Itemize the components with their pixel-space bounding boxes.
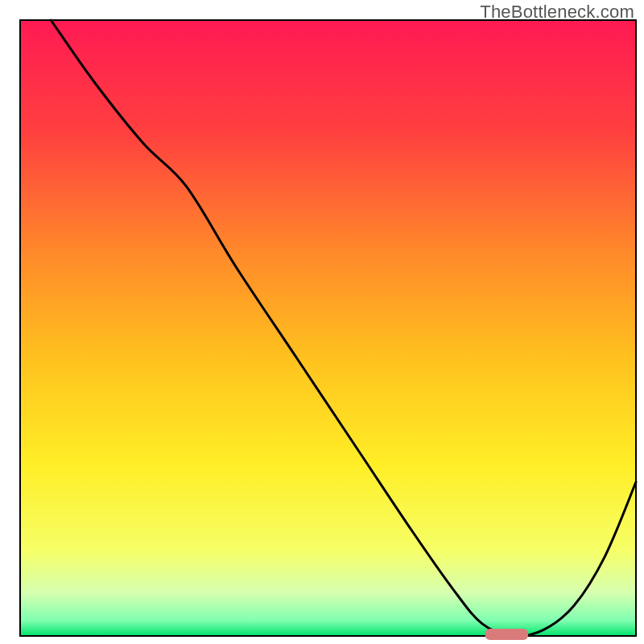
bottleneck-chart: TheBottleneck.com [0,0,644,644]
plot-background [20,20,636,636]
chart-svg [0,0,644,644]
optimal-zone-marker [485,629,529,640]
watermark-text: TheBottleneck.com [480,2,634,23]
